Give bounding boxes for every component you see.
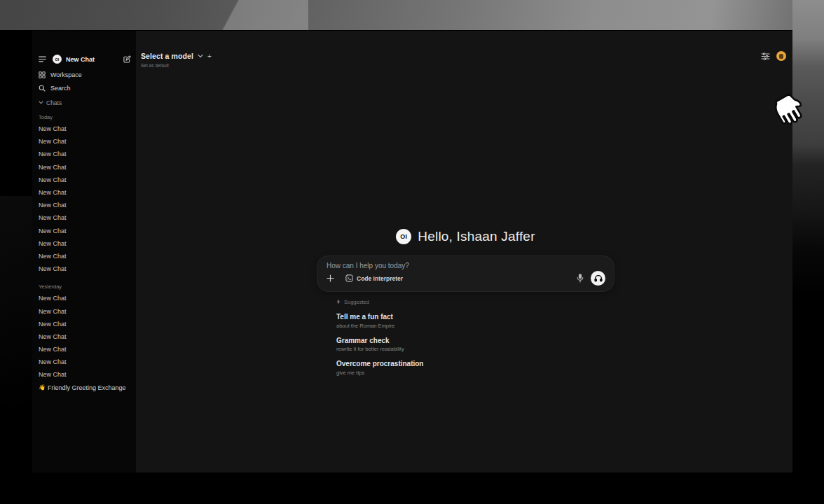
chat-group-today: Today New ChatNew ChatNew ChatNew ChatNe… [39, 110, 131, 275]
suggested-label: Suggested [344, 299, 369, 305]
open-webui-window: OI New Chat Workspace Search [32, 31, 792, 472]
controls-sliders-icon[interactable] [761, 52, 770, 60]
chat-list-item[interactable]: New Chat [39, 161, 131, 174]
chat-list-item[interactable]: New Chat [39, 225, 131, 237]
message-input[interactable] [327, 262, 605, 270]
model-selector-bar: Select a model + Set as default [141, 52, 212, 68]
chat-list-item[interactable]: New Chat [39, 148, 131, 160]
suggested-item-subtitle: give me tips [336, 370, 614, 376]
group-label: Yesterday [39, 279, 131, 292]
voice-call-button[interactable] [591, 271, 605, 286]
chat-list-item[interactable]: New Chat [39, 237, 131, 250]
wallpaper-left-shape [0, 196, 32, 406]
desktop-background: OI New Chat Workspace Search [0, 0, 824, 504]
suggested-item-title: Grammar check [336, 337, 614, 345]
greeting-row: OI Hello, Ishaan Jaffer [317, 229, 614, 244]
workspace-grid-icon [39, 71, 46, 78]
new-chat-icon[interactable] [123, 55, 131, 63]
code-interpreter-icon [345, 274, 353, 282]
home-center-stack: OI Hello, Ishaan Jaffer Code Inter [317, 229, 614, 376]
header-right-controls [761, 51, 786, 61]
suggested-item-title: Overcome procrastination [336, 360, 614, 368]
microphone-icon[interactable] [577, 274, 584, 283]
search-label: Search [50, 85, 71, 92]
chat-list-item[interactable]: New Chat [39, 174, 131, 186]
sidebar-item-workspace[interactable]: Workspace [39, 68, 131, 81]
chevron-down-icon[interactable] [198, 54, 203, 58]
chats-section-toggle[interactable]: Chats [39, 95, 131, 110]
bolt-icon [336, 299, 341, 304]
main-area: Select a model + Set as default [136, 31, 792, 472]
chat-list-item[interactable]: New Chat [39, 330, 131, 343]
suggested-item-subtitle: about the Roman Empire [336, 323, 614, 329]
chat-list-item[interactable]: New Chat [39, 318, 131, 330]
workspace-label: Workspace [50, 71, 82, 78]
wallpaper-right-band [792, 0, 824, 504]
greeting-text: Hello, Ishaan Jaffer [418, 229, 535, 244]
chat-list-item[interactable]: New Chat [39, 343, 131, 356]
wallpaper-top-band [0, 0, 824, 30]
code-interpreter-toggle[interactable]: Code Interpreter [345, 274, 403, 282]
named-chat-label: Friendly Greeting Exchange [48, 384, 126, 391]
chat-list-item[interactable]: New Chat [39, 250, 131, 262]
suggested-item[interactable]: Tell me a fun fact about the Roman Empir… [336, 313, 614, 329]
chat-list-yesterday: New ChatNew ChatNew ChatNew ChatNew Chat… [39, 292, 131, 381]
chat-list-item[interactable]: New Chat [39, 304, 131, 317]
group-label: Today [39, 110, 131, 122]
chat-list-item[interactable]: New Chat [39, 122, 131, 135]
suggested-item-title: Tell me a fun fact [336, 313, 614, 321]
suggested-item[interactable]: Grammar check rewrite it for better read… [336, 337, 614, 353]
chat-list-item[interactable]: New Chat [39, 135, 131, 148]
suggested-list: Tell me a fun fact about the Roman Empir… [336, 313, 614, 376]
chats-section-label: Chats [46, 99, 62, 106]
chat-list-item-named[interactable]: 👋 Friendly Greeting Exchange [39, 382, 131, 394]
suggested-item[interactable]: Overcome procrastination give me tips [336, 360, 614, 376]
suggested-item-subtitle: rewrite it for better readability [336, 346, 614, 352]
avatar-glyph [779, 54, 783, 59]
chat-list-today: New ChatNew ChatNew ChatNew ChatNew Chat… [39, 122, 131, 275]
model-selector[interactable]: Select a model [141, 52, 193, 60]
chat-list-item[interactable]: New Chat [39, 199, 131, 211]
app-logo: OI [396, 229, 411, 244]
chat-list-item[interactable]: New Chat [39, 211, 131, 224]
chat-list-item[interactable]: New Chat [39, 186, 131, 199]
search-icon [39, 85, 46, 92]
sidebar-header: OI New Chat [39, 54, 131, 64]
attach-plus-icon[interactable] [327, 274, 334, 282]
chevron-down-icon [39, 101, 43, 104]
code-interpreter-label: Code Interpreter [357, 275, 403, 282]
chat-group-yesterday: Yesterday New ChatNew ChatNew ChatNew Ch… [39, 279, 131, 394]
set-as-default-link[interactable]: Set as default [141, 63, 212, 68]
suggested-header: Suggested [336, 298, 614, 305]
chat-list-item[interactable]: New Chat [39, 292, 131, 304]
sidebar: OI New Chat Workspace Search [32, 31, 136, 472]
composer-toolbar: Code Interpreter [327, 271, 605, 286]
suggested-section: Suggested Tell me a fun fact about the R… [317, 298, 614, 376]
chat-list-item[interactable]: New Chat [39, 262, 131, 275]
headphones-icon [594, 274, 603, 282]
add-model-button[interactable]: + [207, 52, 212, 60]
chat-list-item[interactable]: New Chat [39, 368, 131, 381]
wave-emoji: 👋 [39, 385, 46, 391]
sidebar-toggle-icon[interactable] [39, 56, 46, 62]
user-avatar[interactable] [776, 51, 786, 61]
app-logo: OI [53, 55, 62, 64]
sidebar-item-search[interactable]: Search [39, 81, 131, 94]
chat-list-item[interactable]: New Chat [39, 356, 131, 368]
sidebar-title: New Chat [66, 56, 95, 63]
message-composer[interactable]: Code Interpreter [317, 255, 614, 292]
